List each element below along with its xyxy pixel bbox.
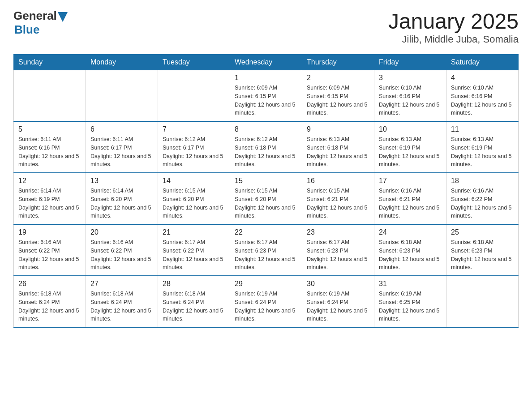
calendar-header-saturday: Saturday [446, 55, 519, 70]
calendar-cell: 23Sunrise: 6:17 AMSunset: 6:23 PMDayligh… [302, 224, 374, 276]
calendar-cell: 29Sunrise: 6:19 AMSunset: 6:24 PMDayligh… [230, 276, 302, 327]
day-info: Sunrise: 6:19 AMSunset: 6:24 PMDaylight:… [235, 290, 297, 323]
calendar-week-row: 1Sunrise: 6:09 AMSunset: 6:15 PMDaylight… [14, 70, 519, 122]
day-info: Sunrise: 6:16 AMSunset: 6:22 PMDaylight:… [90, 238, 153, 272]
calendar-cell: 4Sunrise: 6:10 AMSunset: 6:16 PMDaylight… [446, 70, 519, 122]
calendar-cell: 3Sunrise: 6:10 AMSunset: 6:16 PMDaylight… [374, 70, 446, 122]
calendar-cell: 31Sunrise: 6:19 AMSunset: 6:25 PMDayligh… [374, 276, 446, 327]
day-info: Sunrise: 6:13 AMSunset: 6:18 PMDaylight:… [307, 135, 369, 169]
calendar-cell: 18Sunrise: 6:16 AMSunset: 6:22 PMDayligh… [446, 173, 519, 224]
day-number: 16 [307, 177, 369, 185]
calendar-cell: 19Sunrise: 6:16 AMSunset: 6:22 PMDayligh… [14, 224, 86, 276]
day-info: Sunrise: 6:16 AMSunset: 6:22 PMDaylight:… [18, 238, 81, 272]
day-info: Sunrise: 6:19 AMSunset: 6:25 PMDaylight:… [379, 290, 442, 323]
logo-triangle-icon [58, 12, 68, 22]
day-info: Sunrise: 6:17 AMSunset: 6:22 PMDaylight:… [163, 238, 225, 272]
day-info: Sunrise: 6:17 AMSunset: 6:23 PMDaylight:… [235, 238, 297, 272]
calendar-cell: 17Sunrise: 6:16 AMSunset: 6:21 PMDayligh… [374, 173, 446, 224]
day-number: 19 [18, 228, 81, 236]
logo: General Blue [13, 9, 68, 37]
day-number: 25 [451, 228, 514, 236]
day-info: Sunrise: 6:13 AMSunset: 6:19 PMDaylight:… [379, 135, 442, 169]
title-block: January 2025 Jilib, Middle Juba, Somalia [388, 9, 519, 45]
day-number: 14 [163, 177, 225, 185]
day-number: 13 [90, 177, 153, 185]
day-number: 3 [379, 74, 442, 82]
calendar-cell: 12Sunrise: 6:14 AMSunset: 6:19 PMDayligh… [14, 173, 86, 224]
day-info: Sunrise: 6:09 AMSunset: 6:15 PMDaylight:… [307, 84, 369, 117]
calendar-week-row: 19Sunrise: 6:16 AMSunset: 6:22 PMDayligh… [14, 224, 519, 276]
calendar-cell [14, 70, 86, 122]
calendar-cell: 11Sunrise: 6:13 AMSunset: 6:19 PMDayligh… [446, 121, 519, 173]
calendar-cell: 8Sunrise: 6:12 AMSunset: 6:18 PMDaylight… [230, 121, 302, 173]
day-info: Sunrise: 6:17 AMSunset: 6:23 PMDaylight:… [307, 238, 369, 272]
calendar-cell: 27Sunrise: 6:18 AMSunset: 6:24 PMDayligh… [86, 276, 158, 327]
day-info: Sunrise: 6:10 AMSunset: 6:16 PMDaylight:… [451, 84, 514, 117]
logo-icon: General Blue [13, 9, 68, 37]
calendar-header-monday: Monday [86, 55, 158, 70]
day-number: 17 [379, 177, 442, 185]
calendar-cell [86, 70, 158, 122]
day-info: Sunrise: 6:10 AMSunset: 6:16 PMDaylight:… [379, 84, 442, 117]
day-number: 28 [163, 280, 225, 288]
day-info: Sunrise: 6:18 AMSunset: 6:23 PMDaylight:… [451, 238, 514, 272]
calendar-week-row: 12Sunrise: 6:14 AMSunset: 6:19 PMDayligh… [14, 173, 519, 224]
day-number: 9 [307, 125, 369, 133]
day-number: 4 [451, 74, 514, 82]
calendar-cell [446, 276, 519, 327]
day-info: Sunrise: 6:18 AMSunset: 6:24 PMDaylight:… [90, 290, 153, 323]
calendar-header-thursday: Thursday [302, 55, 374, 70]
day-number: 2 [307, 74, 369, 82]
svg-marker-0 [58, 12, 68, 22]
day-info: Sunrise: 6:13 AMSunset: 6:19 PMDaylight:… [451, 135, 514, 169]
day-number: 15 [235, 177, 297, 185]
day-number: 30 [307, 280, 369, 288]
calendar-cell: 28Sunrise: 6:18 AMSunset: 6:24 PMDayligh… [158, 276, 230, 327]
day-number: 11 [451, 125, 514, 133]
calendar-header-wednesday: Wednesday [230, 55, 302, 70]
day-number: 24 [379, 228, 442, 236]
day-info: Sunrise: 6:18 AMSunset: 6:24 PMDaylight:… [18, 290, 81, 323]
calendar-cell: 7Sunrise: 6:12 AMSunset: 6:17 PMDaylight… [158, 121, 230, 173]
day-info: Sunrise: 6:14 AMSunset: 6:20 PMDaylight:… [90, 187, 153, 220]
day-number: 22 [235, 228, 297, 236]
calendar-cell: 15Sunrise: 6:15 AMSunset: 6:20 PMDayligh… [230, 173, 302, 224]
calendar-cell: 14Sunrise: 6:15 AMSunset: 6:20 PMDayligh… [158, 173, 230, 224]
logo-blue: Blue [14, 23, 39, 37]
day-info: Sunrise: 6:19 AMSunset: 6:24 PMDaylight:… [307, 290, 369, 323]
day-info: Sunrise: 6:16 AMSunset: 6:21 PMDaylight:… [379, 187, 442, 220]
day-info: Sunrise: 6:18 AMSunset: 6:23 PMDaylight:… [379, 238, 442, 272]
calendar-cell: 22Sunrise: 6:17 AMSunset: 6:23 PMDayligh… [230, 224, 302, 276]
day-number: 20 [90, 228, 153, 236]
calendar-title: January 2025 [388, 9, 519, 34]
day-info: Sunrise: 6:15 AMSunset: 6:21 PMDaylight:… [307, 187, 369, 220]
calendar-cell [158, 70, 230, 122]
day-info: Sunrise: 6:11 AMSunset: 6:16 PMDaylight:… [18, 135, 81, 169]
calendar-header-row: SundayMondayTuesdayWednesdayThursdayFrid… [14, 55, 519, 70]
calendar-cell: 24Sunrise: 6:18 AMSunset: 6:23 PMDayligh… [374, 224, 446, 276]
calendar-cell: 16Sunrise: 6:15 AMSunset: 6:21 PMDayligh… [302, 173, 374, 224]
day-number: 27 [90, 280, 153, 288]
day-info: Sunrise: 6:12 AMSunset: 6:18 PMDaylight:… [235, 135, 297, 169]
calendar-header-friday: Friday [374, 55, 446, 70]
calendar-cell: 1Sunrise: 6:09 AMSunset: 6:15 PMDaylight… [230, 70, 302, 122]
calendar-cell: 20Sunrise: 6:16 AMSunset: 6:22 PMDayligh… [86, 224, 158, 276]
calendar-cell: 25Sunrise: 6:18 AMSunset: 6:23 PMDayligh… [446, 224, 519, 276]
day-number: 26 [18, 280, 81, 288]
calendar-cell: 6Sunrise: 6:11 AMSunset: 6:17 PMDaylight… [86, 121, 158, 173]
calendar-cell: 26Sunrise: 6:18 AMSunset: 6:24 PMDayligh… [14, 276, 86, 327]
day-info: Sunrise: 6:16 AMSunset: 6:22 PMDaylight:… [451, 187, 514, 220]
day-number: 21 [163, 228, 225, 236]
day-number: 8 [235, 125, 297, 133]
calendar-cell: 9Sunrise: 6:13 AMSunset: 6:18 PMDaylight… [302, 121, 374, 173]
calendar-header-tuesday: Tuesday [158, 55, 230, 70]
day-info: Sunrise: 6:14 AMSunset: 6:19 PMDaylight:… [18, 187, 81, 220]
day-info: Sunrise: 6:15 AMSunset: 6:20 PMDaylight:… [163, 187, 225, 220]
calendar-table: SundayMondayTuesdayWednesdayThursdayFrid… [13, 54, 519, 328]
day-number: 7 [163, 125, 225, 133]
calendar-cell: 10Sunrise: 6:13 AMSunset: 6:19 PMDayligh… [374, 121, 446, 173]
calendar-header-sunday: Sunday [14, 55, 86, 70]
day-info: Sunrise: 6:11 AMSunset: 6:17 PMDaylight:… [90, 135, 153, 169]
day-info: Sunrise: 6:18 AMSunset: 6:24 PMDaylight:… [163, 290, 225, 323]
calendar-cell: 2Sunrise: 6:09 AMSunset: 6:15 PMDaylight… [302, 70, 374, 122]
